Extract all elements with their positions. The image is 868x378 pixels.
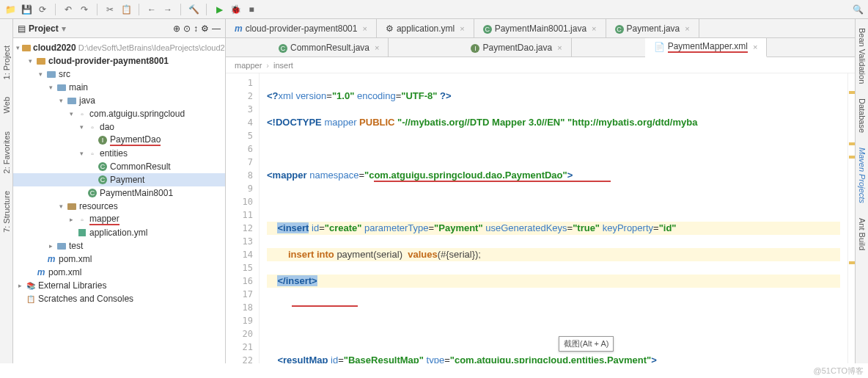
tree-dao[interactable]: dao [100, 122, 114, 132]
tree-extlib[interactable]: External Libraries [38, 280, 106, 291]
code-content[interactable]: <?xml version="1.0" encoding="UTF-8" ?> … [260, 73, 847, 363]
tree-resources[interactable]: resources [79, 201, 118, 211]
open-icon[interactable]: 📁 [4, 4, 16, 15]
stop-icon[interactable]: ■ [246, 4, 257, 15]
back-icon[interactable]: ← [146, 4, 158, 15]
tree-src[interactable]: src [59, 69, 70, 79]
screenshot-tooltip: 截图(Alt + A) [559, 336, 614, 352]
watermark: @51CTO博客 [814, 366, 864, 377]
tab-web[interactable]: Web [1, 92, 12, 117]
panel-header: ▤ Project ▾ ⊕ ⊙ ↕ ⚙ — [13, 19, 225, 38]
hide-icon[interactable]: — [212, 23, 221, 34]
tree-payment[interactable]: Payment [110, 175, 144, 185]
tree-root-path: D:\devSoft\JetBrains\IdeaProjects\cloud2… [78, 43, 225, 52]
tab-antbuild[interactable]: Ant Build [856, 214, 868, 255]
left-tool-strip: 1: Project Web 2: Favorites 7: Structure [0, 19, 13, 363]
forward-icon[interactable]: → [162, 4, 174, 15]
tree-commonresult[interactable]: CommonResult [110, 161, 171, 172]
collapse-icon[interactable]: ⊕ [173, 23, 180, 34]
crumb-mapper[interactable]: mapper [235, 61, 262, 70]
tree-entities[interactable]: entities [100, 148, 128, 159]
project-panel: ▤ Project ▾ ⊕ ⊙ ↕ ⚙ — ▾cloud2020D:\devSo… [13, 19, 226, 363]
gear-icon[interactable]: ⚙ [201, 23, 209, 34]
dropdown-icon[interactable]: ▾ [62, 23, 66, 34]
search-icon[interactable]: 🔍 [852, 4, 864, 15]
main-toolbar: 📁 💾 ⟳ ↶ ↷ ✂ 📋 ← → 🔨 ▶ 🐞 ■ 🔍 [0, 0, 868, 19]
tab-paymentdao[interactable]: PaymentDao.java× [462, 38, 571, 57]
build-icon[interactable]: 🔨 [188, 4, 199, 15]
tree-java[interactable]: java [79, 95, 95, 106]
copy-icon[interactable]: 📋 [120, 4, 132, 15]
tree-scratches[interactable]: Scratches and Consoles [38, 294, 133, 304]
tree-pom1[interactable]: pom.xml [59, 254, 92, 264]
debug-icon[interactable]: 🐞 [229, 4, 241, 15]
editor-tabs-top: cloud-provider-payment8001× ⚙application… [226, 19, 855, 38]
tree-appyml[interactable]: application.yml [89, 228, 147, 238]
tab-project[interactable]: 1: Project [1, 41, 12, 84]
tree-root[interactable]: cloud2020 [33, 43, 76, 53]
undo-icon[interactable]: ↶ [62, 4, 74, 15]
project-tree[interactable]: ▾cloud2020D:\devSoft\JetBrains\IdeaProje… [13, 38, 225, 363]
tab-payment[interactable]: Payment.java× [606, 19, 699, 37]
tab-beanvalidation[interactable]: Bean Validation [856, 23, 868, 88]
tree-paymentmain[interactable]: PaymentMain8001 [100, 188, 173, 198]
save-icon[interactable]: 💾 [21, 4, 32, 15]
tab-database[interactable]: Database [856, 94, 868, 137]
panel-title: Project [29, 23, 59, 34]
tab-maven[interactable]: Maven Projects [856, 143, 868, 208]
right-tool-strip: Bean Validation Database Maven Projects … [855, 19, 868, 363]
tab-commonresult[interactable]: CommonResult.java× [270, 38, 389, 57]
tree-mapper[interactable]: mapper [89, 214, 119, 225]
editor-tabs-sub: CommonResult.java× PaymentDao.java× 📄Pay… [226, 38, 855, 57]
error-stripe[interactable] [847, 73, 855, 363]
tree-pom2[interactable]: pom.xml [48, 267, 81, 277]
tree-main[interactable]: main [69, 82, 88, 92]
tab-module[interactable]: cloud-provider-payment8001× [226, 19, 377, 37]
tree-module[interactable]: cloud-provider-payment8001 [48, 56, 169, 66]
tree-pkg[interactable]: com.atguigu.springcloud [89, 109, 185, 119]
breadcrumb: mapper›insert [226, 57, 855, 73]
run-icon[interactable]: ▶ [213, 4, 225, 15]
cut-icon[interactable]: ✂ [104, 4, 116, 15]
panel-icon: ▤ [18, 23, 26, 34]
tab-paymentmapper[interactable]: 📄PaymentMapper.xml× [645, 38, 768, 57]
tab-favorites[interactable]: 2: Favorites [1, 127, 12, 178]
tree-test[interactable]: test [69, 241, 83, 251]
line-gutter: 12345678910111213141516171819202122 [226, 73, 260, 363]
tab-paymentmain[interactable]: PaymentMain8001.java× [474, 19, 606, 37]
tab-structure[interactable]: 7: Structure [1, 186, 12, 237]
sync-icon[interactable]: ⟳ [37, 4, 48, 15]
redo-icon[interactable]: ↷ [78, 4, 90, 15]
tab-appyml[interactable]: ⚙application.yml× [377, 19, 474, 37]
crumb-insert[interactable]: insert [273, 61, 293, 70]
target-icon[interactable]: ⊙ [183, 23, 191, 34]
sort-icon[interactable]: ↕ [194, 23, 198, 34]
editor-area: cloud-provider-payment8001× ⚙application… [226, 19, 855, 363]
tree-paymentdao[interactable]: PaymentDao [110, 134, 161, 146]
